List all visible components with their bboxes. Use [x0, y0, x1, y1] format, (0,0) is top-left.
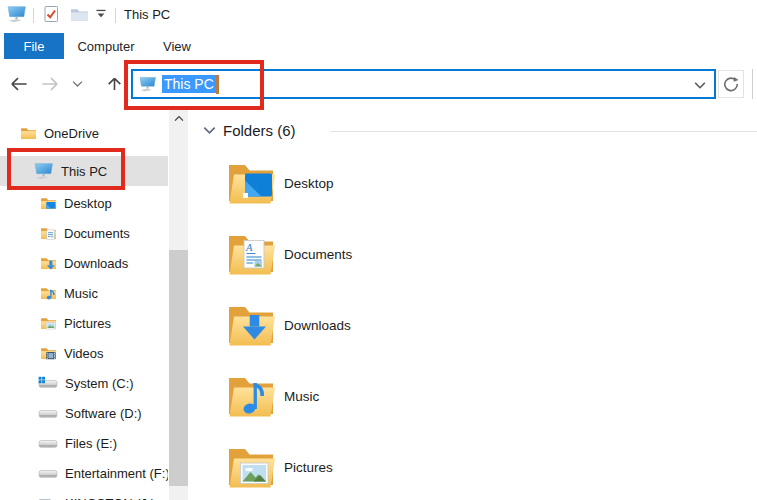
text-caret [216, 75, 219, 94]
sidebar-item-label: System (C:) [65, 376, 134, 391]
pictures-folder-icon [225, 441, 277, 493]
folder-tile-label: Pictures [284, 460, 333, 475]
address-input[interactable]: This PC [162, 75, 216, 93]
tab-file-label: File [24, 39, 45, 54]
address-dropdown-icon[interactable] [694, 81, 706, 90]
downloads-folder-icon [225, 299, 277, 351]
tab-computer[interactable]: Computer [64, 33, 148, 59]
sidebar-item-label: Downloads [64, 256, 128, 271]
group-header-line [330, 131, 757, 132]
videos-folder-icon [40, 345, 57, 362]
this-pc-icon [6, 5, 27, 23]
downloads-folder-icon [40, 255, 57, 272]
customize-toolbar-icon[interactable] [95, 9, 107, 19]
tab-view-label: View [163, 39, 191, 54]
documents-folder-icon [225, 228, 277, 280]
folder-icon [20, 125, 37, 142]
windows-drive-icon [38, 376, 58, 390]
folder-tile-music[interactable]: Music [225, 370, 655, 422]
sidebar-item-files-e[interactable]: Files (E:) [0, 428, 168, 458]
sidebar-item-onedrive[interactable]: OneDrive [0, 118, 168, 148]
folder-tile-downloads[interactable]: Downloads [225, 299, 655, 351]
desktop-folder-icon [40, 195, 57, 212]
folder-tile-desktop[interactable]: Desktop [225, 157, 655, 209]
sidebar-item-label: Desktop [64, 196, 112, 211]
pictures-folder-icon [40, 315, 57, 332]
address-location-icon [138, 76, 157, 92]
collapse-group-icon[interactable] [203, 126, 216, 135]
search-box-edge [752, 69, 757, 99]
sidebar-item-label: KINGSTON (J:) [65, 496, 155, 500]
tab-file[interactable]: File [4, 33, 64, 59]
group-header-label[interactable]: Folders (6) [223, 122, 296, 139]
drive-icon [38, 466, 58, 480]
sidebar-item-entertainment-f[interactable]: Entertainment (F:) [0, 458, 168, 488]
sidebar-item-label: Pictures [64, 316, 111, 331]
sidebar-item-kingston[interactable]: KINGSTON (J:) [0, 488, 168, 500]
tab-view[interactable]: View [148, 33, 206, 59]
sidebar-item-music[interactable]: Music [0, 278, 168, 308]
scroll-up-button[interactable] [169, 110, 188, 127]
drive-icon [38, 436, 58, 450]
new-folder-icon[interactable] [70, 6, 89, 23]
sidebar-item-software-d[interactable]: Software (D:) [0, 398, 168, 428]
separator [33, 8, 34, 23]
back-button[interactable] [9, 76, 28, 92]
music-folder-icon [225, 370, 277, 422]
sidebar-item-this-pc[interactable]: This PC [0, 156, 168, 186]
tab-computer-label: Computer [77, 39, 134, 54]
refresh-button[interactable] [718, 70, 744, 98]
computer-monitor-icon [33, 162, 54, 180]
sidebar-item-documents[interactable]: Documents [0, 218, 168, 248]
desktop-folder-icon [225, 157, 277, 209]
sidebar-item-label: Videos [64, 346, 104, 361]
sidebar-item-label: Software (D:) [65, 406, 142, 421]
sidebar-item-label: Entertainment (F:) [65, 466, 168, 481]
music-folder-icon [40, 285, 57, 302]
sidebar-item-downloads[interactable]: Downloads [0, 248, 168, 278]
up-button[interactable] [107, 75, 122, 92]
drive-icon [38, 406, 58, 420]
sidebar-scrollbar[interactable] [169, 110, 188, 500]
sidebar-item-pictures[interactable]: Pictures [0, 308, 168, 338]
address-bar[interactable]: This PC [131, 69, 716, 99]
folder-tile-label: Music [284, 389, 319, 404]
window-title: This PC [124, 7, 170, 22]
chevron-up-icon [174, 115, 184, 122]
sidebar-item-label: OneDrive [44, 126, 99, 141]
folder-tile-label: Downloads [284, 318, 351, 333]
sidebar-item-label: Files (E:) [65, 436, 117, 451]
sidebar-item-label: This PC [61, 164, 107, 179]
folder-tile-label: Documents [284, 247, 352, 262]
sidebar-item-system-c[interactable]: System (C:) [0, 368, 168, 398]
sidebar-item-label: Documents [64, 226, 130, 241]
properties-icon[interactable] [42, 5, 60, 23]
folder-tile-documents[interactable]: Documents [225, 228, 655, 280]
title-bar: This PC [0, 0, 757, 30]
refresh-icon [723, 76, 739, 92]
scrollbar-thumb[interactable] [169, 250, 188, 486]
recent-locations-icon[interactable] [72, 80, 83, 88]
sidebar-item-label: Music [64, 286, 98, 301]
separator [115, 8, 116, 23]
sidebar-item-videos[interactable]: Videos [0, 338, 168, 368]
forward-button [41, 76, 60, 92]
file-explorer-window: A This PC File Computer View This PC [0, 0, 757, 500]
folder-tile-pictures[interactable]: Pictures [225, 441, 655, 493]
sidebar-item-desktop[interactable]: Desktop [0, 188, 168, 218]
folder-tile-label: Desktop [284, 176, 334, 191]
documents-folder-icon [40, 225, 57, 242]
